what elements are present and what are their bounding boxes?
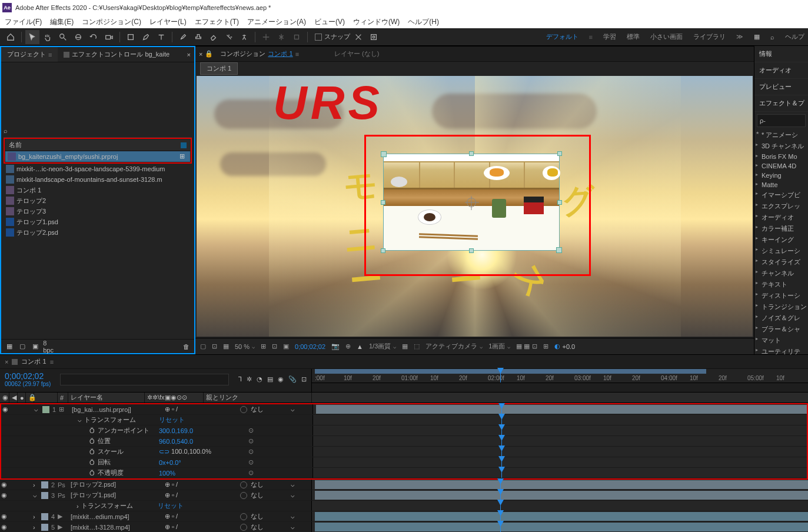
panel-info[interactable]: 情報 [754,46,808,62]
search-icon[interactable]: ⌕ [770,34,774,41]
workspace-small[interactable]: 小さい画面 [650,32,683,41]
effects-search[interactable]: ρ- [757,114,806,127]
rotate-tool[interactable] [87,30,101,44]
tab-effect-controls[interactable]: エフェクトコントロール bg_kaite [58,47,175,62]
composition-viewer[interactable]: URS モ ニ グ ー ー ス [197,76,753,337]
stamp-tool[interactable] [191,30,205,44]
effect-category[interactable]: ユーティリテ [754,346,808,357]
home-tool[interactable] [4,30,18,44]
magnification-icon[interactable]: ⊡ [212,343,217,350]
shy-icon[interactable]: ◔ [257,375,262,383]
help-search[interactable]: ヘルプ [785,32,804,41]
menu-effect[interactable]: エフェクト(T) [195,17,239,27]
trash-icon[interactable]: 🗑 [181,342,191,351]
brush-tool[interactable] [176,30,190,44]
effect-category[interactable]: CINEMA 4D [754,161,808,171]
effect-category[interactable]: ディストーシ [754,290,808,301]
project-name-header[interactable]: 名前 [5,139,190,151]
project-item-prproj[interactable]: bg_kaitenzushi_empty/sushi.prproj⊞ [5,151,190,162]
workspace-learn[interactable]: 学習 [603,32,616,41]
effect-category[interactable]: イマーシブビ [754,189,808,201]
breadcrumb[interactable]: コンポ 1 [200,62,238,75]
menu-animation[interactable]: アニメーション(A) [247,17,306,27]
puppet-tool[interactable] [237,30,251,44]
interpret-icon[interactable]: ▦ [5,342,14,351]
project-item[interactable]: テロップ1.psd [4,217,192,227]
timeline-tab[interactable]: コンポ 1 [21,357,46,366]
snapshot-icon[interactable]: 📷 [331,343,340,350]
zoom-dropdown[interactable]: 50 % [235,343,255,350]
bpc-display[interactable]: 8 bpc [44,342,53,351]
effect-category[interactable]: ブラー＆シャ [754,324,808,335]
effect-category[interactable]: テキスト [754,279,808,290]
layer-row[interactable]: ◉›2Psテロップ2.psd⊕ ▫ /なし⌵ [0,480,808,490]
snap-grid[interactable] [367,30,381,44]
transform-group[interactable]: ⌵ トランスフォームリセット [1,415,807,425]
panel-close-icon[interactable]: × [184,51,194,58]
effect-category[interactable]: チャンネル [754,268,808,279]
layer-row[interactable]: ◉›5▶mixkit…t-3128.mp4⊕ ▫ /なし⌵ [0,522,808,532]
project-item[interactable]: mixkit-…ic-neon-3d-space-landscape-5399-… [4,164,192,174]
pen-tool[interactable] [139,30,153,44]
menu-edit[interactable]: 編集(E) [50,17,74,27]
effect-category[interactable]: エクスプレッ [754,201,808,212]
project-item[interactable]: テロップ3 [4,206,192,217]
menu-layer[interactable]: レイヤー(L) [149,17,187,27]
effect-category[interactable]: スタイライズ [754,257,808,268]
effect-category[interactable]: シミュレーシ [754,245,808,257]
flowchart-icon[interactable]: ⊞ [179,152,188,161]
current-timecode[interactable]: 0;00;02;02 [5,371,51,381]
view-opts-icon[interactable]: ▦ ▦ ⊡ [516,343,537,350]
effect-category[interactable]: オーディオ [754,212,808,223]
text-tool[interactable] [154,30,168,44]
selected-layer-sushi[interactable] [383,154,560,251]
toolbar-overflow-icon[interactable]: ▦ [754,33,760,41]
menu-composition[interactable]: コンポジション(C) [82,17,141,27]
time-ruler[interactable]: :00f10f20f01:00f10f20f02:00f10f20f03:00f… [312,369,808,383]
menu-window[interactable]: ウィンドウ(W) [353,17,400,27]
tab-layer[interactable]: レイヤー (なし) [330,47,384,61]
tab-composition[interactable]: コンポジション コンポ 1 ≡ [215,47,304,61]
roi-icon[interactable]: ▣ [283,343,289,350]
world-axis[interactable] [274,30,288,44]
frame-blend-icon[interactable]: ▤ [267,375,273,383]
orbit-tool[interactable] [71,30,85,44]
project-item[interactable]: テロップ2 [4,195,192,206]
eraser-tool[interactable] [207,30,221,44]
motion-blur-icon[interactable]: ◉ [278,375,284,383]
panel-audio[interactable]: オーディオ [754,62,808,79]
local-axis[interactable] [259,30,273,44]
label-color-icon[interactable] [181,142,187,148]
panel-preview[interactable]: プレビュー [754,79,808,95]
effect-category[interactable]: Boris FX Mo [754,152,808,161]
zoom-tool[interactable] [56,30,70,44]
workspace-default[interactable]: デフォルト [546,32,578,41]
prop-anchor[interactable]: Ŏアンカーポイント300.0,169.0⊙ [1,425,807,436]
layer-row[interactable]: ◉›4▶mixkit…edium.mp4⊕ ▫ /なし⌵ [0,511,808,522]
menu-view[interactable]: ビュー(V) [314,17,345,27]
comp-mini-flow-icon[interactable]: ⅂ [238,375,242,383]
mask-icon[interactable]: ⊡ [272,343,277,350]
3d-icon[interactable]: ⬚ [414,343,420,350]
transparency-icon[interactable]: ▦ [402,343,408,350]
grid-icon[interactable]: ▦ [223,343,229,350]
project-item[interactable]: mixkit-landscape-of-mountains-and-sunset… [4,174,192,185]
effect-category[interactable]: Matte [754,180,808,189]
new-folder-icon[interactable]: ▢ [18,342,27,351]
prop-rotation[interactable]: Ŏ回転0x+0.0°⊙ [1,457,807,468]
layer-row[interactable]: ◉ ⌵ 1 ⊞ bg_kai…ushi.prproj ⊕ ▫ / なし⌵ [1,404,807,415]
hand-tool[interactable] [41,30,55,44]
res-icon[interactable]: ⊞ [261,343,266,350]
transform-group[interactable]: › トランスフォームリセット [0,501,808,511]
search-icon[interactable]: ⌕ [4,127,8,134]
prop-opacity[interactable]: Ŏ不透明度100%⊙ [1,468,807,478]
brainstorm-icon[interactable]: ⊡ [301,375,307,383]
time-display[interactable]: 0;00;02;02 [295,343,325,350]
graph-icon[interactable]: 📎 [288,375,297,383]
fast-preview-icon[interactable]: ⊞ [543,343,548,350]
work-area-bar[interactable] [315,369,706,374]
channel-icon[interactable]: ⊕ [345,343,351,350]
project-item[interactable]: コンポ 1 [4,185,192,195]
exposure-display[interactable]: ◐ +0.0 [554,343,576,350]
prop-position[interactable]: Ŏ位置960.0,540.0⊙ [1,436,807,447]
